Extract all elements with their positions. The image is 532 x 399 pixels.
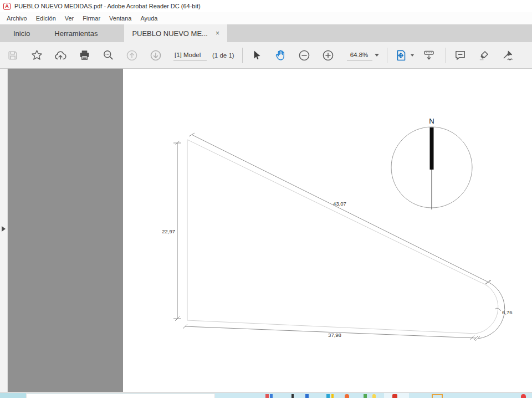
zoom-dropdown-caret-icon[interactable] [375,54,379,57]
zoom-in-button[interactable] [321,48,335,63]
fill-sign-button[interactable] [500,48,515,63]
comment-bubble-icon [454,49,467,62]
fit-page-icon [395,49,408,62]
tab-document-label: PUEBLO NUEVO ME... [132,29,208,38]
taskbar-app-icon[interactable] [291,394,294,398]
menu-edicion[interactable]: Edición [32,13,60,23]
plus-circle-icon [321,49,335,62]
tab-document[interactable]: PUEBLO NUEVO ME... × [124,24,227,42]
tab-herramientas[interactable]: Herramientas [42,24,110,42]
select-tool-button[interactable] [249,48,264,63]
share-button[interactable] [53,48,68,63]
save-icon [7,49,19,62]
page-number-field[interactable]: [1] Model [173,50,207,60]
taskbar-app-icon[interactable] [270,394,273,398]
minus-circle-icon [298,49,311,62]
menu-ayuda[interactable]: Ayuda [136,13,162,23]
hand-icon [274,49,287,62]
search-more-icon [102,49,115,62]
print-button[interactable] [77,48,91,63]
document-area: N 22,97 43,07 [0,69,532,392]
taskbar-app-icon[interactable] [521,394,526,398]
fit-page-dropdown-caret-icon[interactable] [411,54,414,57]
tabbar: Inicio Herramientas PUEBLO NUEVO ME... × [0,24,532,42]
pdf-page-canvas[interactable] [123,69,532,392]
star-button[interactable] [29,48,44,63]
previous-page-button[interactable] [125,48,139,63]
hand-tool-button[interactable] [273,48,288,63]
acrobat-window: A PUEBLO NUEVO MEDIDAS.pdf - Adobe Acrob… [0,0,532,399]
menu-ventana[interactable]: Ventana [105,13,136,23]
highlight-button[interactable] [477,48,491,63]
arrow-up-circle-icon [125,49,139,62]
menubar: Archivo Edición Ver Firmar Ventana Ayuda [0,12,532,24]
background-window-sliver[interactable] [26,393,215,398]
signature-pen-icon [501,49,514,62]
comment-button[interactable] [453,48,467,63]
taskbar-app-icon[interactable] [392,394,397,398]
zoom-out-button[interactable] [297,48,311,63]
tab-inicio[interactable]: Inicio [1,24,42,42]
taskbar-app-icon[interactable] [331,394,334,398]
taskbar-app-icon[interactable] [326,394,330,398]
taskbar-app-icon[interactable] [305,394,309,398]
expand-sidebar-icon[interactable] [2,226,6,232]
acrobat-logo-icon: A [3,3,11,10]
page-count-label: (1 de 1) [212,52,234,59]
toolbar-separator [446,48,446,63]
cloud-upload-icon [54,49,67,62]
taskbar-app-icon[interactable] [432,394,443,398]
fit-page-button[interactable] [394,48,408,63]
printer-icon [78,49,91,62]
taskbar-left-corner [0,393,26,398]
star-icon [30,49,43,62]
titlebar: A PUEBLO NUEVO MEDIDAS.pdf - Adobe Acrob… [0,0,532,12]
collapse-toolbar-button[interactable] [422,48,436,63]
navigation-pane-strip [0,69,8,392]
taskbar-app-icon[interactable] [364,394,367,398]
toolbar-separator [387,48,387,63]
taskbar-app-icon[interactable] [345,394,349,398]
next-page-button[interactable] [149,48,163,63]
toolbar: [1] Model (1 de 1) 64.8% [0,42,532,69]
menu-firmar[interactable]: Firmar [78,13,105,23]
window-title: PUEBLO NUEVO MEDIDAS.pdf - Adobe Acrobat… [14,3,201,9]
document-background [8,69,123,392]
menu-ver[interactable]: Ver [60,13,79,23]
taskbar-sliver [0,393,532,398]
arrow-down-circle-icon [149,49,162,62]
search-button[interactable] [101,48,115,63]
cursor-arrow-icon [250,49,262,61]
taskbar-app-icon[interactable] [265,394,269,398]
menu-archivo[interactable]: Archivo [2,13,32,23]
highlighter-icon [478,49,490,62]
tab-close-icon[interactable]: × [216,30,219,37]
toolbar-separator [242,48,243,63]
save-button[interactable] [6,48,20,63]
taskbar-app-icon[interactable] [372,394,376,398]
zoom-level-field[interactable]: 64.8% [347,50,373,60]
collapse-toolbar-icon [422,49,436,62]
